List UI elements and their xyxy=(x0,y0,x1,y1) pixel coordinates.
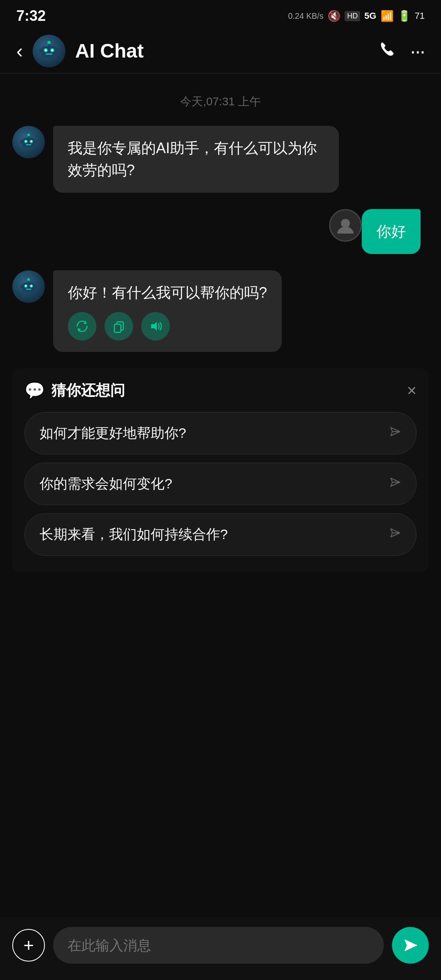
svg-rect-9 xyxy=(56,49,59,53)
status-icons: 0.24 KB/s 🔇 HD 5G 📶 🔋 71 xyxy=(288,10,425,22)
refresh-action-button[interactable] xyxy=(68,312,96,341)
message-text: 你好！有什么我可以帮你的吗? xyxy=(68,284,267,301)
svg-rect-18 xyxy=(20,140,23,143)
suggestion-text-2: 你的需求会如何变化? xyxy=(40,474,380,493)
svg-rect-10 xyxy=(22,138,35,147)
user-avatar xyxy=(329,209,362,242)
suggestion-send-icon-2 xyxy=(388,476,401,492)
phone-icon[interactable] xyxy=(378,40,395,62)
app-title: AI Chat xyxy=(75,40,378,62)
svg-rect-26 xyxy=(26,289,31,290)
message-bubble-outgoing: 你好 xyxy=(362,209,421,254)
svg-point-28 xyxy=(27,278,30,281)
svg-rect-29 xyxy=(20,285,23,288)
battery-level: 71 xyxy=(415,11,425,21)
suggestion-item-2[interactable]: 你的需求会如何变化? xyxy=(24,463,416,505)
svg-point-24 xyxy=(25,285,27,287)
message-row-outgoing: 你好 xyxy=(12,209,429,254)
suggestions-close-button[interactable]: × xyxy=(407,381,416,400)
message-text: 我是你专属的AI助手，有什么可以为你效劳的吗? xyxy=(68,140,317,178)
suggestion-item-3[interactable]: 长期来看，我们如何持续合作? xyxy=(24,513,416,556)
message-bubble-incoming: 我是你专属的AI助手，有什么可以为你效劳的吗? xyxy=(53,126,339,193)
suggestion-item-1[interactable]: 如何才能更好地帮助你? xyxy=(24,412,416,454)
suggestions-title: 猜你还想问 xyxy=(51,381,125,401)
message-row-with-actions: 你好！有什么我可以帮你的吗? xyxy=(12,270,429,352)
message-bubble-incoming2: 你好！有什么我可以帮你的吗? xyxy=(53,270,282,352)
svg-point-13 xyxy=(25,140,27,142)
suggestion-send-icon-1 xyxy=(388,425,401,441)
input-bar: + xyxy=(0,917,441,980)
svg-point-14 xyxy=(31,140,32,142)
suggestions-icon: 💬 xyxy=(24,381,45,400)
network-5g: 5G xyxy=(364,11,376,21)
status-bar: 7:32 0.24 KB/s 🔇 HD 5G 📶 🔋 71 xyxy=(0,0,441,29)
svg-rect-30 xyxy=(34,285,37,288)
app-bar: ‹ AI Chat xyxy=(0,29,441,74)
mute-icon: 🔇 xyxy=(327,10,341,22)
header-icons: ··· xyxy=(378,40,425,62)
svg-point-20 xyxy=(341,219,350,228)
svg-point-17 xyxy=(27,134,30,136)
battery-icon: 🔋 xyxy=(398,10,411,22)
suggestions-section: 💬 猜你还想问 × 如何才能更好地帮助你? 你的需求会如何变化? 长期来看，我们… xyxy=(12,368,429,572)
message-input[interactable] xyxy=(53,927,384,964)
message-actions xyxy=(68,312,267,341)
hd-badge: HD xyxy=(345,11,360,21)
suggestions-title-row: 💬 猜你还想问 xyxy=(24,381,125,401)
suggestion-send-icon-3 xyxy=(388,526,401,543)
svg-point-4 xyxy=(51,49,53,51)
send-button[interactable] xyxy=(392,927,429,964)
more-icon[interactable]: ··· xyxy=(410,41,425,61)
svg-marker-33 xyxy=(151,322,157,331)
add-attachment-button[interactable]: + xyxy=(12,929,45,962)
svg-rect-15 xyxy=(26,144,31,145)
svg-rect-21 xyxy=(22,283,35,292)
copy-action-button[interactable] xyxy=(105,312,133,341)
svg-point-25 xyxy=(31,285,32,287)
back-button[interactable]: ‹ xyxy=(16,41,23,61)
suggestion-text-1: 如何才能更好地帮助你? xyxy=(40,424,380,443)
svg-rect-32 xyxy=(114,324,121,332)
svg-point-7 xyxy=(47,41,51,44)
status-time: 7:32 xyxy=(16,7,46,24)
network-speed: 0.24 KB/s xyxy=(288,11,323,21)
svg-rect-8 xyxy=(39,49,42,53)
message-text: 你好 xyxy=(376,223,406,240)
volume-action-button[interactable] xyxy=(141,312,170,341)
chat-timestamp: 今天,07:31 上午 xyxy=(12,94,429,109)
svg-rect-0 xyxy=(42,46,56,58)
svg-point-3 xyxy=(45,49,47,51)
message-row: 我是你专属的AI助手，有什么可以为你效劳的吗? xyxy=(12,126,429,193)
bot-avatar xyxy=(33,35,65,67)
bot-avatar-msg2 xyxy=(12,270,45,303)
svg-rect-5 xyxy=(46,53,52,55)
suggestions-header: 💬 猜你还想问 × xyxy=(24,381,416,401)
bot-avatar-msg xyxy=(12,126,45,158)
suggestion-text-3: 长期来看，我们如何持续合作? xyxy=(40,525,380,544)
signal-icon: 📶 xyxy=(381,10,394,22)
svg-rect-19 xyxy=(34,140,37,143)
add-icon: + xyxy=(23,935,34,956)
chat-area: 今天,07:31 上午 我是你专属的AI助手，有什么可以为你 xyxy=(0,74,441,352)
